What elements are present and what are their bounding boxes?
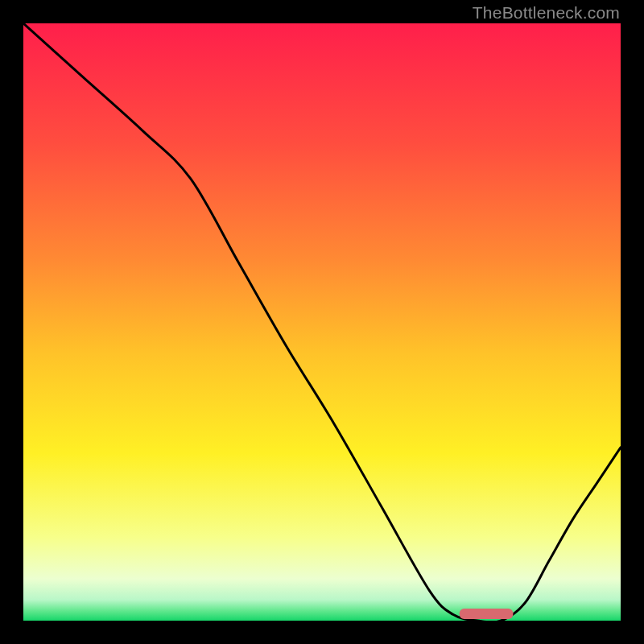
chart-frame bbox=[23, 23, 621, 621]
watermark-text: TheBottleneck.com bbox=[473, 3, 620, 23]
optimal-zone-marker bbox=[460, 609, 514, 619]
gradient-background bbox=[23, 23, 621, 621]
bottleneck-chart bbox=[23, 23, 621, 621]
